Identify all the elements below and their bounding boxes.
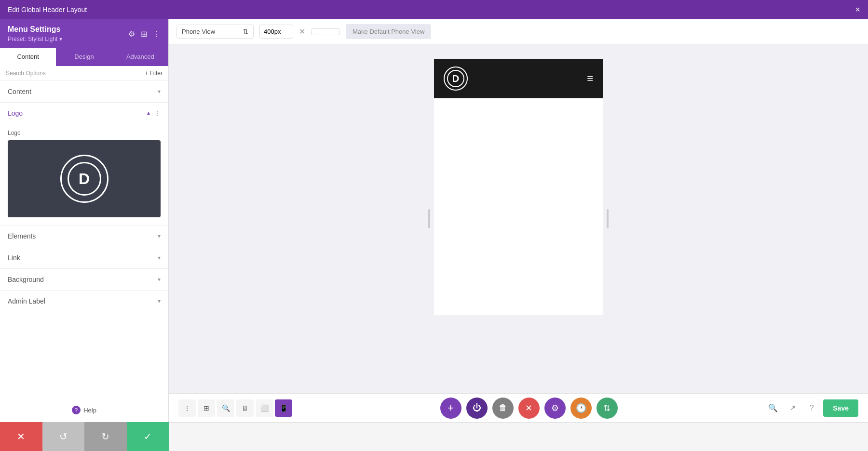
desktop-view-icon-button[interactable]: 🖥 xyxy=(236,399,254,417)
panel-footer: ? Help xyxy=(0,398,168,422)
width-input[interactable] xyxy=(259,25,293,39)
make-default-phone-view-button[interactable]: Make Default Phone View xyxy=(346,24,431,39)
background-chevron-down-icon: ▾ xyxy=(158,276,161,283)
search-small-icon-button[interactable]: 🔍 xyxy=(765,400,781,416)
width-close-button[interactable]: ✕ xyxy=(299,27,305,36)
phone-preview-header: D ≡ xyxy=(434,59,603,98)
content-section-title: Content xyxy=(8,88,31,95)
view-selector-arrow-icon: ⇅ xyxy=(243,28,248,35)
add-element-button[interactable]: + xyxy=(440,398,461,419)
elements-chevron-down-icon: ▾ xyxy=(158,233,161,239)
help-button[interactable]: ? Help xyxy=(72,406,96,414)
background-accordion-header[interactable]: Background ▾ xyxy=(0,269,168,290)
elements-section-title: Elements xyxy=(8,232,36,240)
search-options-label: Search Options xyxy=(6,70,46,77)
resize-handle-left[interactable] xyxy=(428,209,430,228)
title-bar: Edit Global Header Layout × xyxy=(0,0,868,19)
title-bar-close-button[interactable]: × xyxy=(855,5,860,15)
gear-button[interactable]: ⚙ xyxy=(544,398,566,419)
confirm-button[interactable]: ✓ xyxy=(127,422,169,451)
empty-field[interactable] xyxy=(311,28,340,35)
redo-button[interactable]: ↻ xyxy=(84,422,127,451)
action-buttons: + ⏻ 🗑 ✕ ⚙ 🕐 ⇅ xyxy=(440,398,618,419)
panel-title: Menu Settings Preset: Stylist Light ▾ xyxy=(8,25,62,42)
admin-label-chevron-down-icon: ▾ xyxy=(158,298,161,305)
preview-logo-outer-circle: D xyxy=(444,66,468,91)
grid-view-icon-button[interactable]: ⊞ xyxy=(198,399,215,417)
canvas-area: Phone View ⇅ ✕ Make Default Phone View D… xyxy=(169,19,868,422)
undo-button[interactable]: ↺ xyxy=(42,422,85,451)
utility-buttons: ✕ ↺ ↻ ✓ xyxy=(0,422,169,451)
link-accordion-header[interactable]: Link ▾ xyxy=(0,247,168,268)
search-bar: Search Options + Filter xyxy=(0,66,168,81)
logo-preview-area[interactable]: D xyxy=(8,140,161,217)
title-bar-title: Edit Global Header Layout xyxy=(8,6,87,13)
columns-icon-button[interactable]: ⊞ xyxy=(141,29,147,39)
preset-selector[interactable]: Preset: Stylist Light ▾ xyxy=(8,36,62,42)
sort-button[interactable]: ⇅ xyxy=(597,398,618,419)
logo-more-options-button[interactable]: ⋮ xyxy=(154,109,161,117)
admin-label-section-title: Admin Label xyxy=(8,297,45,305)
admin-label-accordion-header[interactable]: Admin Label ▾ xyxy=(0,291,168,312)
logo-chevron-up-icon: ▴ xyxy=(147,109,150,117)
tab-content[interactable]: Content xyxy=(0,48,56,66)
history-button[interactable]: 🕐 xyxy=(570,398,592,419)
utility-spacer xyxy=(169,422,868,451)
content-accordion-header[interactable]: Content ▾ xyxy=(0,81,168,102)
utility-bar: ✕ ↺ ↻ ✓ xyxy=(0,422,868,451)
filter-button[interactable]: + Filter xyxy=(145,70,163,77)
resize-handle-right[interactable] xyxy=(607,209,609,228)
admin-label-section: Admin Label ▾ xyxy=(0,291,168,312)
preset-arrow-icon: ▾ xyxy=(59,36,62,42)
link-chevron-down-icon: ▾ xyxy=(158,254,161,261)
logo-section-title: Logo xyxy=(8,109,23,117)
close-button[interactable]: ✕ xyxy=(518,398,540,419)
hamburger-menu-icon: ≡ xyxy=(587,72,593,85)
elements-accordion-header[interactable]: Elements ▾ xyxy=(0,226,168,247)
menu-settings-title: Menu Settings xyxy=(8,25,62,34)
trash-button[interactable]: 🗑 xyxy=(492,398,514,419)
phone-view-icon-button[interactable]: 📱 xyxy=(275,399,292,417)
share-icon-button[interactable]: ↗ xyxy=(785,400,800,416)
preset-value: Stylist Light xyxy=(28,36,57,42)
logo-d-letter: D xyxy=(68,162,101,196)
background-section: Background ▾ xyxy=(0,269,168,291)
save-button[interactable]: Save xyxy=(823,399,858,417)
close-utility-button[interactable]: ✕ xyxy=(0,422,42,451)
panel-tabs: Content Design Advanced xyxy=(0,48,168,66)
tab-advanced[interactable]: Advanced xyxy=(112,48,168,66)
panel-header: Menu Settings Preset: Stylist Light ▾ ⚙ … xyxy=(0,19,168,48)
canvas-bottom-bar: ⋮ ⊞ 🔍 🖥 ⬜ 📱 + ⏻ 🗑 ✕ ⚙ 🕐 ⇅ 🔍 ↗ xyxy=(169,393,868,422)
logo-outer-circle: D xyxy=(60,155,108,203)
phone-preview-body xyxy=(434,98,603,315)
settings-icon-button[interactable]: ⚙ xyxy=(128,29,135,39)
preview-logo-d-letter: D xyxy=(447,70,464,87)
help-icon: ? xyxy=(72,406,81,414)
help-label: Help xyxy=(83,407,96,414)
more-icon-button[interactable]: ⋮ xyxy=(153,29,161,39)
search-canvas-icon-button[interactable]: 🔍 xyxy=(217,399,234,417)
phone-wrapper: D ≡ xyxy=(434,59,603,379)
content-chevron-down-icon: ▾ xyxy=(158,88,161,95)
elements-section: Elements ▾ xyxy=(0,226,168,247)
logo-accordion-header[interactable]: Logo ▴ ⋮ xyxy=(0,103,168,124)
logo-content: Logo D xyxy=(0,124,168,225)
link-section-title: Link xyxy=(8,254,20,262)
logo-section: Logo ▴ ⋮ Logo D xyxy=(0,103,168,226)
link-section: Link ▾ xyxy=(0,247,168,269)
help-small-icon-button[interactable]: ? xyxy=(804,400,819,416)
bottom-right-actions: 🔍 ↗ ? Save xyxy=(765,399,858,417)
logo-field-label: Logo xyxy=(8,130,161,136)
background-section-title: Background xyxy=(8,276,44,283)
view-label: Phone View xyxy=(182,28,215,35)
power-button[interactable]: ⏻ xyxy=(466,398,488,419)
left-panel: Menu Settings Preset: Stylist Light ▾ ⚙ … xyxy=(0,19,169,422)
more-options-icon-button[interactable]: ⋮ xyxy=(178,399,196,417)
view-selector[interactable]: Phone View ⇅ xyxy=(176,25,254,39)
canvas-main: D ≡ xyxy=(169,44,868,393)
tab-design[interactable]: Design xyxy=(56,48,112,66)
view-tool-buttons: ⋮ ⊞ 🔍 🖥 ⬜ 📱 xyxy=(178,399,292,417)
content-section: Content ▾ xyxy=(0,81,168,103)
tablet-view-icon-button[interactable]: ⬜ xyxy=(256,399,273,417)
canvas-toolbar: Phone View ⇅ ✕ Make Default Phone View xyxy=(169,19,868,44)
